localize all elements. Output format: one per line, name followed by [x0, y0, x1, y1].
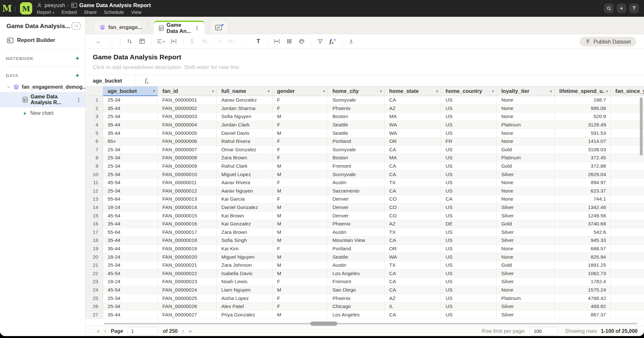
table-cell[interactable]: 867.37	[555, 311, 611, 319]
row-number[interactable]: 13	[85, 195, 103, 204]
table-cell[interactable]: 45-54	[103, 269, 158, 278]
table-cell[interactable]	[611, 311, 644, 319]
table-cell[interactable]: 4768.42	[555, 294, 611, 303]
table-cell[interactable]: 591.53	[555, 129, 611, 137]
table-cell[interactable]: Kai Brown	[217, 212, 273, 220]
row-number[interactable]: 15	[85, 212, 103, 220]
table-cell[interactable]: 45-54	[103, 212, 158, 220]
search-button[interactable]	[604, 4, 614, 13]
table-cell[interactable]: CA	[385, 236, 441, 245]
table-cell[interactable]: FAN_00000017	[158, 228, 217, 237]
table-cell[interactable]: 520.9	[555, 113, 611, 121]
table-cell[interactable]: FAN_00000022	[158, 269, 217, 278]
column-menu-chevron-icon[interactable]: ▾	[436, 89, 438, 94]
table-cell[interactable]: M	[273, 129, 328, 137]
table-cell[interactable]	[611, 303, 644, 311]
table-cell[interactable]: US	[441, 253, 497, 261]
table-cell[interactable]: US	[441, 294, 497, 303]
table-cell[interactable]: Phoenix	[328, 294, 385, 303]
row-number[interactable]: 5	[85, 129, 103, 137]
sidebar-item-report-builder[interactable]: Report Builder	[0, 33, 85, 48]
table-cell[interactable]: Denver	[328, 212, 385, 220]
table-cell[interactable]: Silver	[497, 236, 555, 245]
table-cell[interactable]: F	[273, 303, 328, 311]
table-cell[interactable]: 45-54	[103, 286, 158, 294]
table-cell[interactable]: Miguel Lopez	[217, 170, 273, 179]
table-cell[interactable]: Zara Brown	[217, 228, 273, 237]
table-cell[interactable]: FAN_00000006	[158, 137, 217, 146]
table-cell[interactable]: TX	[385, 179, 441, 187]
table-cell[interactable]: US	[441, 286, 497, 294]
table-cell[interactable]: AZ	[385, 104, 441, 113]
table-cell[interactable]: None	[497, 129, 555, 137]
table-cell[interactable]: Sofia Singh	[217, 236, 273, 245]
table-cell[interactable]: 469.82	[555, 303, 611, 311]
sidebar-item-dataset[interactable]: ⌄ fan_engagement_demog...	[0, 82, 85, 92]
table-cell[interactable]: Gold	[497, 261, 555, 270]
column-menu-chevron-icon[interactable]: ▾	[153, 89, 155, 93]
table-cell[interactable]: US	[441, 129, 497, 137]
column-width-icon[interactable]	[273, 37, 280, 45]
table-cell[interactable]: US	[441, 170, 497, 179]
row-number[interactable]: 19	[85, 245, 103, 253]
table-cell[interactable]: Los Angeles	[328, 311, 385, 319]
table-cell[interactable]: 25-34	[103, 113, 158, 121]
table-cell[interactable]: 25-34	[103, 146, 158, 154]
table-cell[interactable]	[611, 220, 644, 228]
table-cell[interactable]	[611, 121, 644, 129]
table-cell[interactable]: Omar Gonzalez	[217, 146, 273, 154]
table-cell[interactable]: Miguel Nguyen	[217, 253, 273, 261]
table-cell[interactable]: 35-44	[103, 129, 158, 137]
new-chart-tab-button[interactable]: +	[210, 20, 228, 34]
table-cell[interactable]: 65+	[103, 137, 158, 146]
collapse-dataset-icon[interactable]: ⌄	[6, 85, 11, 87]
table-cell[interactable]: M	[273, 187, 328, 195]
row-number[interactable]: 4	[85, 121, 103, 129]
table-cell[interactable]: 25-34	[103, 162, 158, 171]
thousands-separator-icon[interactable]: ,	[242, 37, 249, 45]
row-number[interactable]: 24	[85, 286, 103, 294]
table-cell[interactable]: Silver	[497, 204, 555, 212]
table-cell[interactable]: F	[273, 245, 328, 253]
table-cell[interactable]	[611, 113, 644, 121]
table-cell[interactable]: US	[441, 113, 497, 121]
table-cell[interactable]: None	[497, 187, 555, 195]
table-cell[interactable]: CA	[385, 187, 441, 195]
table-cell[interactable]: F	[273, 195, 328, 204]
column-header-full_name[interactable]: full_name▾	[217, 86, 273, 96]
workspace-avatar[interactable]: M	[20, 2, 32, 15]
table-cell[interactable]	[611, 129, 644, 137]
table-cell[interactable]: WA	[385, 129, 441, 137]
table-cell[interactable]	[611, 195, 644, 204]
table-cell[interactable]: 25-34	[103, 261, 158, 270]
table-cell[interactable]: CA	[385, 96, 441, 104]
table-cell[interactable]: Sunnyvale	[328, 146, 385, 154]
column-header-fan_id[interactable]: fan_id▾	[158, 86, 217, 96]
table-cell[interactable]: TX	[385, 228, 441, 237]
table-cell[interactable]: Austin	[328, 261, 385, 270]
column-header-loyalty_tier[interactable]: loyalty_tier▾	[497, 86, 555, 96]
table-cell[interactable]: Silver	[497, 212, 555, 220]
table-cell[interactable]: F	[273, 121, 328, 129]
table-cell[interactable]: US	[441, 146, 497, 154]
column-header-home_city[interactable]: home_city▾	[328, 86, 385, 96]
table-cell[interactable]: FAN_00000016	[158, 220, 217, 228]
table-cell[interactable]: Sunnyvale	[328, 96, 385, 104]
freeze-panes-icon[interactable]	[139, 37, 146, 45]
table-cell[interactable]: M	[273, 253, 328, 261]
table-cell[interactable]: FAN_00000020	[158, 253, 217, 261]
table-cell[interactable]: Platinum	[497, 294, 555, 303]
table-cell[interactable]: Jordan Clark	[217, 121, 273, 129]
column-header-age_bucket[interactable]: age_bucket▾	[103, 86, 158, 96]
table-cell[interactable]: None	[497, 286, 555, 294]
row-number[interactable]: 7	[85, 146, 103, 154]
table-cell[interactable]: 55-64	[103, 195, 158, 204]
table-cell[interactable]: Austin	[328, 228, 385, 237]
table-cell[interactable]: IL	[385, 303, 441, 311]
table-cell[interactable]: FAN_00000014	[158, 204, 217, 212]
table-cell[interactable]: CA	[441, 195, 497, 204]
table-cell[interactable]: Mountain View	[328, 236, 385, 245]
column-menu-chevron-icon[interactable]: ▾	[323, 89, 325, 94]
table-cell[interactable]: FAN_00000001	[158, 96, 217, 104]
table-cell[interactable]: FAN_00000021	[158, 261, 217, 270]
